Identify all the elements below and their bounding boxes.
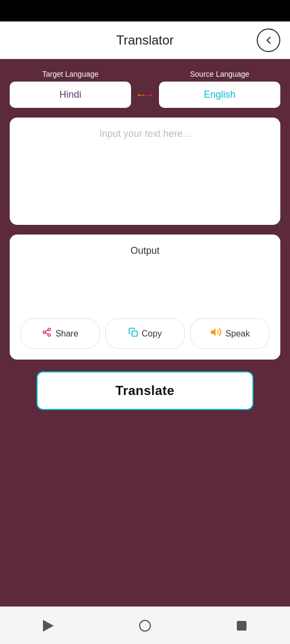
header: Translator: [0, 21, 290, 59]
speak-button[interactable]: Speak: [190, 318, 270, 349]
app-title: Translator: [116, 33, 173, 48]
input-card: [10, 118, 280, 225]
target-language-label: Target Language: [42, 70, 98, 78]
app-container: Translator Target Language Hindi ← →: [0, 21, 290, 644]
share-icon: [42, 327, 52, 340]
language-row: Target Language Hindi ← → Source Languag…: [10, 70, 280, 108]
bottom-nav: [0, 606, 290, 644]
speak-label: Speak: [226, 329, 250, 339]
target-language-value: Hindi: [59, 89, 81, 100]
share-button[interactable]: Share: [20, 318, 100, 349]
copy-button[interactable]: Copy: [105, 318, 185, 349]
svg-line-4: [46, 330, 48, 332]
translate-button[interactable]: Translate: [37, 371, 253, 410]
source-language-col: Source Language English: [159, 70, 280, 108]
play-icon: [43, 620, 54, 632]
translate-btn-wrapper: Translate: [10, 371, 280, 410]
svg-rect-5: [132, 331, 137, 336]
svg-marker-6: [211, 329, 215, 336]
nav-recent-button[interactable]: [228, 612, 255, 639]
copy-icon: [128, 327, 138, 340]
speak-icon: [210, 326, 222, 341]
home-icon: [139, 620, 151, 632]
recent-icon: [237, 621, 247, 631]
source-language-value: English: [204, 89, 235, 100]
output-label: Output: [20, 245, 270, 257]
status-bar: [0, 0, 290, 21]
main-content: Target Language Hindi ← → Source Languag…: [0, 59, 290, 606]
output-card: Output Share: [10, 235, 280, 360]
svg-line-3: [46, 333, 48, 334]
back-button[interactable]: [257, 28, 280, 52]
input-textarea[interactable]: [20, 128, 270, 214]
target-language-selector[interactable]: Hindi: [10, 82, 131, 108]
output-text-area: Output: [20, 245, 270, 310]
arrow-right-icon: →: [143, 88, 155, 102]
swap-arrows[interactable]: ← →: [131, 76, 159, 102]
back-arrow-icon: [263, 34, 274, 46]
source-language-selector[interactable]: English: [159, 82, 280, 108]
nav-play-button[interactable]: [35, 612, 62, 639]
nav-home-button[interactable]: [132, 612, 158, 639]
output-actions: Share Copy: [20, 318, 270, 349]
target-language-col: Target Language Hindi: [10, 70, 131, 108]
source-language-label: Source Language: [190, 70, 250, 78]
share-label: Share: [55, 329, 78, 339]
copy-label: Copy: [142, 329, 162, 339]
